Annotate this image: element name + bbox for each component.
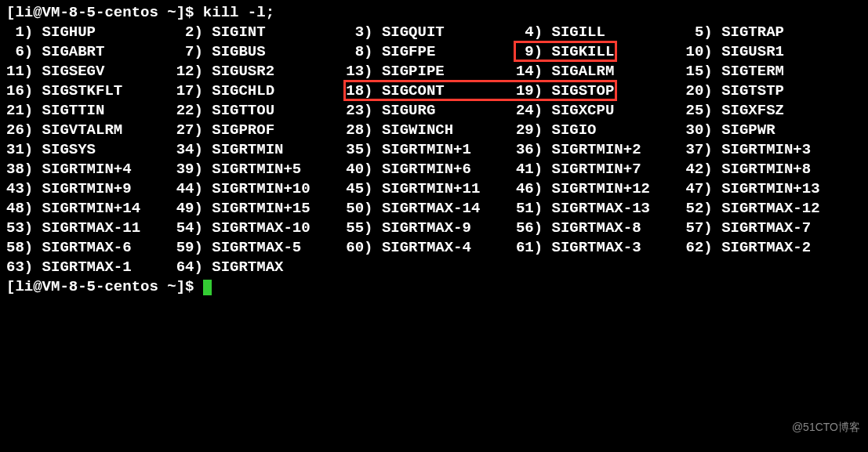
signal-line: 6) SIGABRT 7) SIGBUS 8) SIGFPE 9) SIGKIL… <box>6 42 862 62</box>
signal-line: 11) SIGSEGV 12) SIGUSR2 13) SIGPIPE 14) … <box>6 62 862 81</box>
watermark: @51CTO博客 <box>792 421 860 435</box>
terminal-output: [li@VM-8-5-centos ~]$ kill -l; 1) SIGHUP… <box>0 0 868 300</box>
signal-line: 48) SIGRTMIN+14 49) SIGRTMIN+15 50) SIGR… <box>6 199 862 219</box>
signal-line: 1) SIGHUP 2) SIGINT 3) SIGQUIT 4) SIGILL… <box>6 23 862 42</box>
signal-line: 53) SIGRTMAX-11 54) SIGRTMAX-10 55) SIGR… <box>6 219 862 238</box>
signal-line: 38) SIGRTMIN+4 39) SIGRTMIN+5 40) SIGRTM… <box>6 160 862 179</box>
command-line: [li@VM-8-5-centos ~]$ kill -l; <box>6 3 862 23</box>
signal-line: 58) SIGRTMAX-6 59) SIGRTMAX-5 60) SIGRTM… <box>6 238 862 258</box>
signal-line: 26) SIGVTALRM 27) SIGPROF 28) SIGWINCH 2… <box>6 121 862 140</box>
prompt-line[interactable]: [li@VM-8-5-centos ~]$ <box>6 277 862 297</box>
signal-line: 31) SIGSYS 34) SIGRTMIN 35) SIGRTMIN+1 3… <box>6 140 862 160</box>
signal-line: 63) SIGRTMAX-1 64) SIGRTMAX <box>6 258 862 277</box>
signal-line: 43) SIGRTMIN+9 44) SIGRTMIN+10 45) SIGRT… <box>6 179 862 199</box>
prompt-text: [li@VM-8-5-centos ~]$ <box>6 278 203 295</box>
signal-line: 21) SIGTTIN 22) SIGTTOU 23) SIGURG 24) S… <box>6 101 862 121</box>
signal-line: 16) SIGSTKFLT 17) SIGCHLD 18) SIGCONT 19… <box>6 81 862 101</box>
cursor <box>203 280 212 295</box>
